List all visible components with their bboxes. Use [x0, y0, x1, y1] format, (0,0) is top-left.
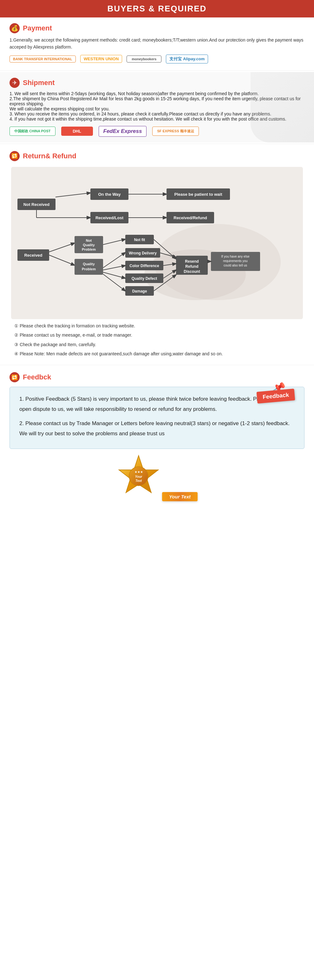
payment-logo-mb: moneybookers — [127, 56, 162, 62]
badge-star-svg: ★★★ Your Text — [116, 454, 161, 498]
shipping-logo-chinapost: 中国邮政 CHINA POST — [10, 127, 56, 136]
shipment-para2: 2.The shipment by China Post Registered … — [10, 96, 304, 111]
feedback-heading: Feedbck — [23, 373, 51, 381]
gold-badge: ★★★ Your Text Your Text — [10, 454, 304, 501]
payment-logo-bank: BANK TRANSFER INTERNATIONAL — [10, 56, 76, 62]
svg-text:If you have any else: If you have any else — [221, 255, 250, 258]
badge-wrap: ★★★ Your Text Your Text — [116, 454, 198, 501]
refund-notes: ① Please check the tracking in formation… — [13, 322, 304, 358]
svg-text:Your: Your — [135, 475, 143, 479]
payment-icon: 💰 — [10, 23, 20, 33]
svg-text:Discount: Discount — [184, 269, 200, 274]
shipping-logo-dhl: DHL — [61, 127, 93, 136]
node-color-diff: Color Difference — [129, 264, 159, 268]
node-received-lost: Received/Lost — [95, 215, 124, 220]
svg-text:Not: Not — [86, 239, 92, 242]
refund-title-row: 🔁 Return& Refund — [10, 151, 304, 161]
divider-2 — [0, 144, 314, 144]
divider-1 — [0, 70, 314, 71]
shipping-logo-fedex: FedEx Express — [98, 126, 147, 137]
note-4: ④ Please Note: Men made defects are not … — [13, 350, 304, 357]
payment-logo-alipay: 支付宝 Alipay.com — [166, 54, 208, 64]
feedback-para1: 1. Positive Feedback (5 Stars) is very i… — [19, 394, 295, 414]
shipment-title-row: ✈ Shipment — [10, 78, 304, 88]
svg-text:Problem: Problem — [82, 247, 96, 251]
svg-text:could also tell us: could also tell us — [224, 264, 247, 267]
feedback-section: 🔁 Feedbck 📌 Feedback 1. Positive Feedbac… — [0, 366, 314, 507]
refund-heading: Return& Refund — [23, 152, 76, 160]
feedback-para2: 2. Please contact us by Trade Manager or… — [19, 418, 295, 438]
page-title: BUYERS & REQUIRED — [0, 4, 314, 14]
shipment-section: ✈ Shipment 1. We will sent the items wit… — [0, 72, 314, 142]
shipment-para3: 3. When you receive the items you ordere… — [10, 111, 304, 116]
node-on-the-way: On the Way — [98, 192, 121, 197]
note-3: ③ Check the package and Item, carefully. — [13, 341, 304, 348]
badge-ribbon-text: Your Text — [162, 492, 198, 501]
payment-heading: Payment — [23, 24, 52, 32]
svg-text:Quality: Quality — [83, 262, 95, 266]
shipping-logo-sf: SF EXPRESS 顺丰速运 — [152, 127, 198, 136]
payment-logo-wu: WESTERN UNION — [80, 55, 122, 63]
svg-text:Problem: Problem — [82, 267, 96, 271]
node-damage: Damage — [132, 289, 147, 293]
shipment-heading: Shipment — [23, 79, 55, 87]
node-received: Received — [24, 253, 42, 258]
refund-icon: 🔁 — [10, 151, 20, 161]
shipment-icon: ✈ — [10, 78, 20, 88]
svg-text:Text: Text — [135, 479, 142, 482]
feedback-icon: 🔁 — [10, 372, 20, 382]
node-please-wait: Please be patient to wait — [174, 192, 223, 197]
payment-logos-row: BANK TRANSFER INTERNATIONAL WESTERN UNIO… — [10, 54, 304, 64]
svg-rect-22 — [75, 259, 103, 275]
page-header: BUYERS & REQUIRED — [0, 0, 314, 18]
svg-text:Refund: Refund — [185, 264, 198, 269]
payment-section: 💰 Payment 1.Generally, we accept the fol… — [0, 18, 314, 69]
node-not-received: Not Received — [24, 202, 49, 207]
feedback-title-row: 🔁 Feedbck — [10, 372, 304, 382]
flowchart-svg: Not Received On the Way Please be patien… — [11, 167, 303, 319]
shipping-logos-row: 中国邮政 CHINA POST DHL FedEx Express SF EXP… — [10, 126, 304, 137]
shipment-para4: 4. If you have not got it within the shi… — [10, 116, 304, 121]
svg-text:★★★: ★★★ — [135, 470, 143, 474]
payment-description: 1.Generally, we accept the following pay… — [10, 37, 304, 51]
svg-text:Resend: Resend — [185, 259, 198, 264]
node-wrong-delivery: Wrong Delivery — [129, 251, 157, 255]
refund-flowchart: Not Received On the Way Please be patien… — [10, 167, 304, 319]
feedback-box: 📌 Feedback 1. Positive Feedback (5 Stars… — [10, 387, 304, 449]
refund-section: 🔁 Return& Refund Not Received On the Way… — [0, 145, 314, 364]
svg-text:Quality: Quality — [83, 243, 95, 247]
node-quality-defect: Quality Defect — [132, 276, 157, 281]
note-1: ① Please check the tracking in formation… — [13, 322, 304, 329]
svg-text:requirements you: requirements you — [223, 259, 247, 262]
shipment-para1: 1. We will sent the items within 2-5days… — [10, 91, 304, 96]
note-2: ② Please contact us by meesage, e-mail, … — [13, 331, 304, 339]
node-not-fit: Not fit — [134, 238, 145, 242]
payment-title-row: 💰 Payment — [10, 23, 304, 33]
divider-3 — [0, 365, 314, 365]
node-received-refund: Received/Refund — [173, 215, 207, 220]
